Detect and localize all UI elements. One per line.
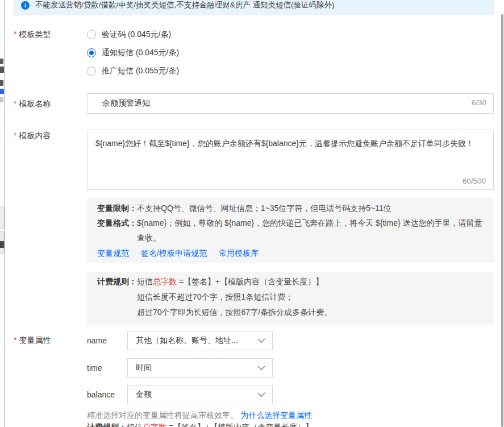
page-fragment <box>0 80 3 86</box>
template-name-input[interactable] <box>87 93 494 114</box>
clipped-billing-label: 计费规则： <box>87 422 127 427</box>
billing-rules-text: 短信总字数 =【签名】+【模版内容（含变量长度）】 短信长度不超过70个字，按照… <box>137 274 484 320</box>
radio-verification-code[interactable]: 验证码 (0.045元/条) <box>87 28 179 41</box>
page-fragment <box>0 89 4 94</box>
radio-icon[interactable] <box>87 30 96 39</box>
clipped-billing-rules-line: 计费规则：短信总字数 =【签名】+【模版内容（含变量长度）】 <box>87 421 313 427</box>
notice-banner-text: 不能发送营销/贷款/借款/中奖/抽奖类短信,不支持金融理财&房产 通知类短信(验… <box>35 0 335 10</box>
template-type-label: *模板类型 <box>14 30 51 40</box>
chevron-down-icon <box>257 392 265 397</box>
variable-tips-box: 变量限制： 不支持QQ号、微信号、网址信息；1~35位字符，但电话号码支持5~1… <box>87 198 494 263</box>
variable-format-label: 变量格式： <box>97 215 137 230</box>
radio-label: 验证码 (0.045元/条) <box>102 30 171 40</box>
var-time-label: time <box>87 363 102 372</box>
required-asterisk: * <box>14 131 16 140</box>
required-asterisk: * <box>14 335 16 345</box>
template-name-label: *模板名称 <box>14 99 51 109</box>
info-icon: i <box>21 1 30 10</box>
var-time-select[interactable]: 时间 <box>127 358 273 378</box>
template-type-radio-group: 验证码 (0.045元/条) 通知短信 (0.045元/条) 推广短信 (0.0… <box>87 28 179 83</box>
notice-banner: i 不能发送营销/贷款/借款/中奖/抽奖类短信,不支持金融理财&房产 通知类短信… <box>14 0 494 15</box>
radio-label: 通知短信 (0.045元/条) <box>102 48 179 58</box>
radio-promotional-sms[interactable]: 推广短信 (0.055元/条) <box>87 65 179 77</box>
template-content-textarea[interactable]: ${name}您好！截至${time}，您的账户余额还有${balance}元，… <box>88 130 493 189</box>
radio-label: 推广短信 (0.055元/条) <box>102 66 179 76</box>
radio-notification-sms[interactable]: 通知短信 (0.045元/条) <box>87 47 179 59</box>
billing-rules-box: 计费规则： 短信总字数 =【签名】+【模版内容（含变量长度）】 短信长度不超过7… <box>87 272 494 325</box>
page-fragment <box>0 97 3 102</box>
chevron-down-icon <box>257 338 265 343</box>
variable-limit-label: 变量限制： <box>97 201 137 215</box>
billing-line3: 超过70个字即为长短信，按照67字/条拆分成多条计费。 <box>137 308 332 317</box>
billing-rules-label: 计费规则： <box>97 274 137 289</box>
vertical-scrollbar[interactable] <box>501 14 503 427</box>
sms-template-create-panel: { "colors": { "accent_blue": "#0070d2", … <box>0 0 504 427</box>
required-asterisk: * <box>14 30 16 39</box>
page-fragment <box>0 241 4 248</box>
billing-line2: 短信长度不超过70个字，按照1条短信计费； <box>137 292 293 301</box>
page-fragment <box>0 67 4 73</box>
variable-format-text: ${name}；例如，尊敬的 ${name}，您的快递已飞奔在路上，将今天 ${… <box>137 215 484 245</box>
radio-icon[interactable] <box>87 67 96 76</box>
variable-attrs-label: *变量属性 <box>14 335 51 346</box>
name-char-counter: 6/30 <box>472 98 486 107</box>
link-signature-template-spec[interactable]: 签名/模板申请规范 <box>141 246 207 260</box>
var-balance-label: balance <box>87 390 115 399</box>
variable-limit-text: 不支持QQ号、微信号、网址信息；1~35位字符，但电话号码支持5~11位 <box>137 201 484 215</box>
billing-line1: 短信总字数 =【签名】+【模版内容（含变量长度）】 <box>137 277 323 286</box>
billing-total-chars-red: 总字数 <box>153 277 177 286</box>
link-variable-spec[interactable]: 变量规范 <box>97 246 129 260</box>
link-why-variable-attrs[interactable]: 为什么选择变量属性 <box>240 411 312 420</box>
select-value: 金额 <box>136 389 152 400</box>
radio-icon[interactable] <box>87 48 96 57</box>
template-content-field: ${name}您好！截至${time}，您的账户余额还有${balance}元，… <box>87 130 494 190</box>
page-fragment-card <box>0 206 5 229</box>
content-char-counter: 60/500 <box>463 177 486 185</box>
select-value: 时间 <box>136 363 152 373</box>
page-fragment <box>0 59 3 64</box>
select-value: 其他（如名称、账号、地址... <box>136 335 238 346</box>
hint-text: 精准选择对应的变量属性将提高审核效率。 <box>87 411 238 420</box>
link-common-template-library[interactable]: 常用模板库 <box>219 246 259 260</box>
template-name-field: 6/30 <box>87 93 494 114</box>
required-asterisk: * <box>14 99 16 108</box>
template-content-label: *模板内容 <box>14 131 51 141</box>
var-name-label: name <box>87 336 107 345</box>
chevron-down-icon <box>257 365 265 371</box>
var-name-select[interactable]: 其他（如名称、账号、地址... <box>127 331 273 350</box>
underlying-page-sliver <box>0 0 5 427</box>
var-balance-select[interactable]: 金额 <box>127 385 273 404</box>
variable-attrs-hint: 精准选择对应的变量属性将提高审核效率。为什么选择变量属性 <box>87 411 312 421</box>
